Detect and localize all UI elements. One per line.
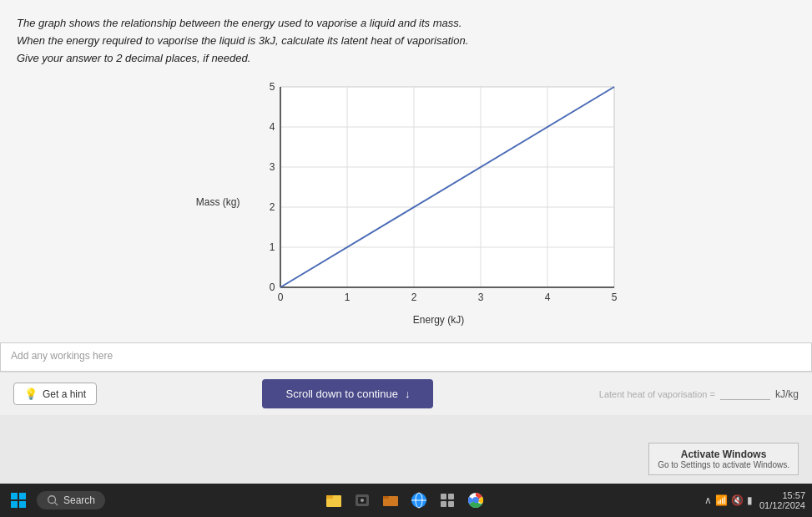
taskbar-icon-chrome[interactable] bbox=[464, 489, 487, 512]
question-line2: When the energy required to vaporise the… bbox=[17, 33, 795, 50]
question-line1: The graph shows the relationship between… bbox=[17, 15, 795, 33]
svg-text:1: 1 bbox=[269, 241, 275, 253]
taskbar-search-label: Search bbox=[63, 494, 95, 506]
x-axis-label: Energy (kJ) bbox=[247, 314, 631, 326]
answer-label: Latent heat of vaporisation = bbox=[599, 389, 715, 399]
taskbar-search[interactable]: Search bbox=[37, 491, 105, 509]
scroll-down-button[interactable]: Scroll down to continue ↓ bbox=[262, 379, 433, 408]
svg-rect-41 bbox=[441, 494, 446, 499]
hint-icon: 💡 bbox=[24, 388, 38, 400]
units-label: kJ/kg bbox=[775, 388, 799, 400]
scroll-down-arrow: ↓ bbox=[405, 388, 411, 400]
workings-placeholder: Add any workings here bbox=[11, 350, 113, 362]
svg-rect-26 bbox=[19, 493, 26, 499]
taskbar-system-icons: ∧ 📶 🔇 ▮ bbox=[704, 494, 753, 506]
graph-wrapper: 5 4 3 2 1 0 0 1 2 3 4 5 Energy (kJ) bbox=[247, 79, 631, 326]
svg-rect-44 bbox=[448, 501, 454, 507]
svg-text:5: 5 bbox=[611, 291, 617, 303]
graph-container: Mass (kg) 5 bbox=[17, 79, 795, 326]
taskbar: Search bbox=[0, 484, 812, 517]
workings-area[interactable]: Add any workings here bbox=[0, 342, 812, 372]
taskbar-icon-grid[interactable] bbox=[436, 489, 459, 512]
battery-icon: ▮ bbox=[747, 494, 753, 506]
question-line3: Give your answer to 2 decimal places, if… bbox=[17, 50, 795, 68]
taskbar-time-value: 15:57 bbox=[759, 490, 805, 500]
taskbar-icon-file-explorer[interactable] bbox=[322, 489, 345, 512]
svg-point-35 bbox=[361, 499, 364, 502]
svg-text:0: 0 bbox=[277, 291, 283, 303]
taskbar-icon-browser[interactable] bbox=[407, 489, 431, 512]
svg-point-29 bbox=[48, 496, 56, 504]
svg-text:3: 3 bbox=[269, 161, 275, 173]
answer-input[interactable] bbox=[720, 388, 770, 400]
svg-rect-42 bbox=[448, 494, 454, 499]
taskbar-center bbox=[322, 489, 487, 512]
svg-text:0: 0 bbox=[269, 281, 275, 293]
bottom-bar: 💡 Get a hint Scroll down to continue ↓ L… bbox=[0, 372, 812, 415]
taskbar-date-value: 01/12/2024 bbox=[759, 500, 805, 510]
wifi-icon: 📶 bbox=[715, 494, 728, 506]
taskbar-icon-folder[interactable] bbox=[379, 489, 402, 512]
scroll-button-label: Scroll down to continue bbox=[285, 388, 397, 400]
svg-rect-37 bbox=[383, 496, 389, 499]
y-axis-label: Mass (kg) bbox=[182, 196, 240, 208]
activate-windows-notification: Activate Windows Go to Settings to activ… bbox=[648, 443, 799, 475]
svg-text:4: 4 bbox=[544, 291, 550, 303]
svg-text:2: 2 bbox=[269, 201, 275, 213]
graph-svg: 5 4 3 2 1 0 0 1 2 3 4 5 bbox=[247, 79, 631, 312]
taskbar-icon-media[interactable] bbox=[351, 489, 374, 512]
volume-icon[interactable]: 🔇 bbox=[731, 494, 744, 506]
svg-point-47 bbox=[473, 498, 478, 503]
svg-text:3: 3 bbox=[477, 291, 483, 303]
main-content: The graph shows the relationship between… bbox=[0, 0, 812, 342]
answer-area: Latent heat of vaporisation = kJ/kg bbox=[599, 388, 799, 400]
svg-rect-28 bbox=[19, 501, 26, 508]
activate-windows-subtitle: Go to Settings to activate Windows. bbox=[658, 460, 789, 469]
question-text: The graph shows the relationship between… bbox=[17, 15, 795, 67]
svg-rect-32 bbox=[326, 495, 333, 499]
svg-rect-25 bbox=[11, 493, 18, 499]
activate-windows-title: Activate Windows bbox=[658, 449, 789, 460]
svg-text:4: 4 bbox=[269, 121, 275, 133]
svg-text:5: 5 bbox=[269, 81, 275, 93]
windows-start-button[interactable] bbox=[7, 489, 30, 512]
chevron-up-icon[interactable]: ∧ bbox=[704, 494, 712, 506]
svg-rect-43 bbox=[441, 501, 446, 507]
hint-button[interactable]: 💡 Get a hint bbox=[13, 383, 97, 405]
svg-text:1: 1 bbox=[344, 291, 350, 303]
taskbar-clock[interactable]: 15:57 01/12/2024 bbox=[759, 490, 805, 510]
hint-button-label: Get a hint bbox=[43, 388, 86, 400]
taskbar-right: ∧ 📶 🔇 ▮ 15:57 01/12/2024 bbox=[704, 490, 805, 510]
svg-text:2: 2 bbox=[411, 291, 416, 303]
svg-line-30 bbox=[55, 503, 58, 506]
svg-rect-27 bbox=[11, 501, 18, 508]
taskbar-left: Search bbox=[7, 489, 105, 512]
